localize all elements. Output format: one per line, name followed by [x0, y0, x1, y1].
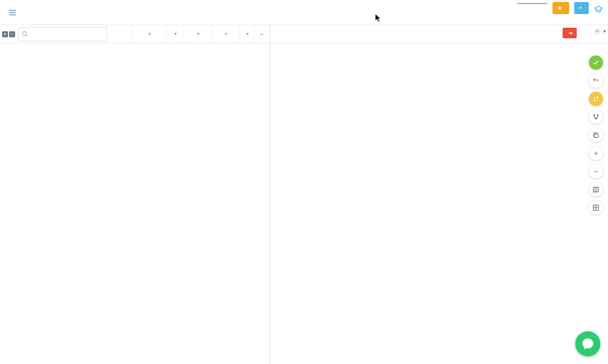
today-button[interactable]: ➜	[563, 28, 577, 38]
menu-hamburger[interactable]	[5, 0, 20, 25]
sync-button[interactable]	[589, 55, 603, 70]
trial-status	[517, 2, 547, 5]
grid-button[interactable]	[589, 201, 603, 215]
map-button[interactable]	[589, 183, 603, 197]
search-input[interactable]	[18, 27, 107, 41]
help-icon[interactable]	[594, 5, 603, 14]
collapse-all-button[interactable]: −	[9, 31, 15, 37]
branch-button[interactable]	[589, 110, 603, 124]
svg-point-7	[597, 114, 598, 115]
col-due[interactable]: ▼	[211, 25, 239, 43]
chat-button[interactable]	[575, 331, 600, 356]
expand-all-button[interactable]: +	[2, 31, 8, 37]
sort-button[interactable]	[589, 92, 603, 106]
col-pct[interactable]: ▼	[239, 25, 254, 43]
undo-button[interactable]	[589, 74, 603, 88]
col-eh[interactable]: ▼	[166, 25, 184, 43]
svg-point-6	[593, 114, 594, 115]
col-tags[interactable]: ▼	[132, 25, 166, 43]
svg-point-5	[597, 31, 598, 32]
zoom-in-button[interactable]: +	[589, 146, 603, 160]
svg-point-3	[23, 31, 27, 35]
upgrade-button[interactable]: ★	[552, 2, 569, 14]
svg-line-4	[26, 35, 27, 36]
col-start[interactable]: ▼	[184, 25, 211, 43]
svg-rect-9	[595, 134, 598, 138]
back-arrow[interactable]: ←	[254, 25, 269, 43]
zoom-out-button[interactable]: −	[589, 164, 603, 178]
svg-point-8	[595, 118, 596, 119]
copy-button[interactable]	[589, 128, 603, 142]
days-zoom-button[interactable]: ▾	[594, 28, 606, 34]
invite-button[interactable]: +	[574, 2, 589, 14]
search-icon	[22, 31, 28, 37]
